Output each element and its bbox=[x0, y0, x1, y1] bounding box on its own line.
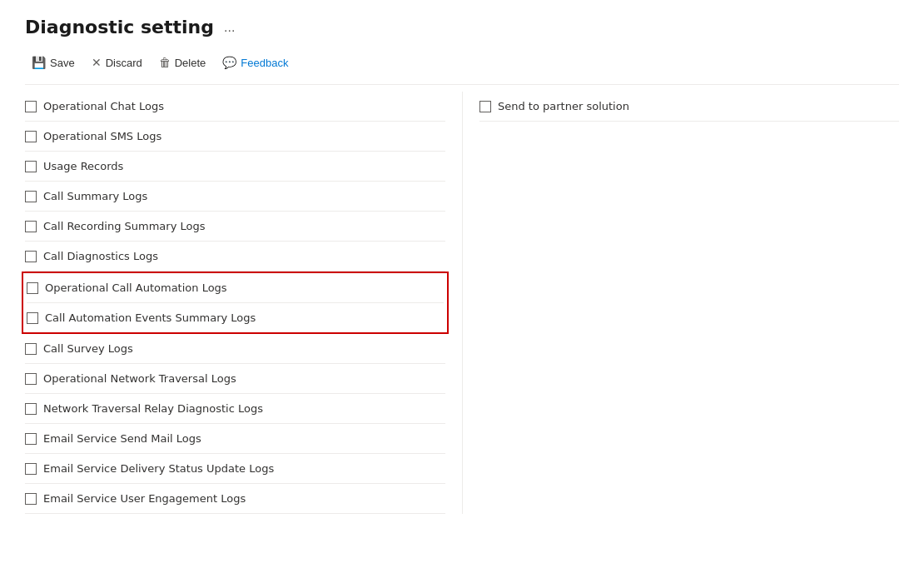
highlight-section: Operational Call Automation Logs Call Au… bbox=[22, 272, 449, 334]
call-recording-summary-checkbox[interactable] bbox=[25, 221, 37, 232]
call-diagnostics-label[interactable]: Call Diagnostics Logs bbox=[43, 250, 158, 262]
save-button[interactable]: 💾 Save bbox=[25, 51, 82, 74]
ellipsis-button[interactable]: ... bbox=[221, 18, 238, 37]
list-item: Email Service Delivery Status Update Log… bbox=[25, 454, 445, 484]
discard-label: Discard bbox=[106, 57, 142, 69]
list-item: Operational Chat Logs bbox=[25, 92, 445, 122]
email-service-send-mail-checkbox[interactable] bbox=[25, 433, 37, 445]
operational-network-traversal-checkbox[interactable] bbox=[25, 373, 37, 385]
feedback-button[interactable]: 💬 Feedback bbox=[216, 51, 295, 74]
list-item: Call Automation Events Summary Logs bbox=[27, 303, 444, 332]
page-title: Diagnostic setting bbox=[25, 17, 214, 37]
usage-records-label[interactable]: Usage Records bbox=[43, 160, 123, 172]
discard-button[interactable]: ✕ Discard bbox=[85, 51, 149, 74]
list-item: Call Summary Logs bbox=[25, 182, 445, 212]
list-item: Operational Call Automation Logs bbox=[27, 273, 444, 303]
list-item: Call Survey Logs bbox=[25, 334, 445, 364]
usage-records-checkbox[interactable] bbox=[25, 161, 37, 172]
list-item: Usage Records bbox=[25, 152, 445, 182]
list-item: Email Service Send Mail Logs bbox=[25, 424, 445, 454]
operational-network-traversal-label[interactable]: Operational Network Traversal Logs bbox=[43, 372, 236, 385]
feedback-icon: 💬 bbox=[222, 56, 236, 69]
save-label: Save bbox=[50, 57, 75, 69]
email-service-user-engagement-checkbox[interactable] bbox=[25, 493, 37, 505]
list-item: Network Traversal Relay Diagnostic Logs bbox=[25, 394, 445, 424]
operational-sms-label[interactable]: Operational SMS Logs bbox=[43, 130, 161, 142]
email-service-send-mail-label[interactable]: Email Service Send Mail Logs bbox=[43, 432, 201, 445]
call-survey-checkbox[interactable] bbox=[25, 343, 37, 355]
send-to-partner-label[interactable]: Send to partner solution bbox=[498, 100, 629, 112]
email-service-delivery-label[interactable]: Email Service Delivery Status Update Log… bbox=[43, 462, 274, 475]
send-to-partner-checkbox[interactable] bbox=[479, 101, 491, 112]
operational-sms-checkbox[interactable] bbox=[25, 131, 37, 142]
toolbar: 💾 Save ✕ Discard 🗑 Delete 💬 Feedback bbox=[25, 51, 899, 85]
call-summary-label[interactable]: Call Summary Logs bbox=[43, 190, 147, 202]
delete-icon: 🗑 bbox=[159, 56, 171, 69]
list-item: Operational Network Traversal Logs bbox=[25, 364, 445, 394]
operational-chat-checkbox[interactable] bbox=[25, 101, 37, 112]
page-container: Diagnostic setting ... 💾 Save ✕ Discard … bbox=[0, 0, 924, 583]
list-item: Send to partner solution bbox=[479, 92, 899, 122]
list-item: Email Service User Engagement Logs bbox=[25, 484, 445, 514]
list-item: Operational SMS Logs bbox=[25, 122, 445, 152]
network-traversal-relay-label[interactable]: Network Traversal Relay Diagnostic Logs bbox=[43, 402, 263, 415]
network-traversal-relay-checkbox[interactable] bbox=[25, 403, 37, 415]
operational-chat-label[interactable]: Operational Chat Logs bbox=[43, 100, 164, 112]
call-survey-label[interactable]: Call Survey Logs bbox=[43, 342, 133, 355]
delete-label: Delete bbox=[175, 57, 206, 69]
operational-call-automation-label[interactable]: Operational Call Automation Logs bbox=[45, 282, 227, 294]
left-column: Operational Chat Logs Operational SMS Lo… bbox=[25, 92, 462, 514]
feedback-label: Feedback bbox=[241, 57, 288, 69]
call-automation-events-checkbox[interactable] bbox=[27, 312, 38, 324]
content-area: Operational Chat Logs Operational SMS Lo… bbox=[25, 92, 899, 514]
page-title-row: Diagnostic setting ... bbox=[25, 17, 899, 37]
call-summary-checkbox[interactable] bbox=[25, 191, 37, 202]
list-item: Call Diagnostics Logs bbox=[25, 242, 445, 272]
call-recording-summary-label[interactable]: Call Recording Summary Logs bbox=[43, 220, 206, 232]
discard-icon: ✕ bbox=[92, 56, 102, 69]
call-diagnostics-checkbox[interactable] bbox=[25, 251, 37, 262]
list-item: Call Recording Summary Logs bbox=[25, 212, 445, 242]
call-automation-events-label[interactable]: Call Automation Events Summary Logs bbox=[45, 311, 256, 324]
email-service-delivery-checkbox[interactable] bbox=[25, 463, 37, 475]
right-column: Send to partner solution bbox=[462, 92, 899, 514]
operational-call-automation-checkbox[interactable] bbox=[27, 282, 38, 294]
email-service-user-engagement-label[interactable]: Email Service User Engagement Logs bbox=[43, 492, 246, 505]
save-icon: 💾 bbox=[32, 56, 46, 69]
delete-button[interactable]: 🗑 Delete bbox=[152, 51, 213, 74]
